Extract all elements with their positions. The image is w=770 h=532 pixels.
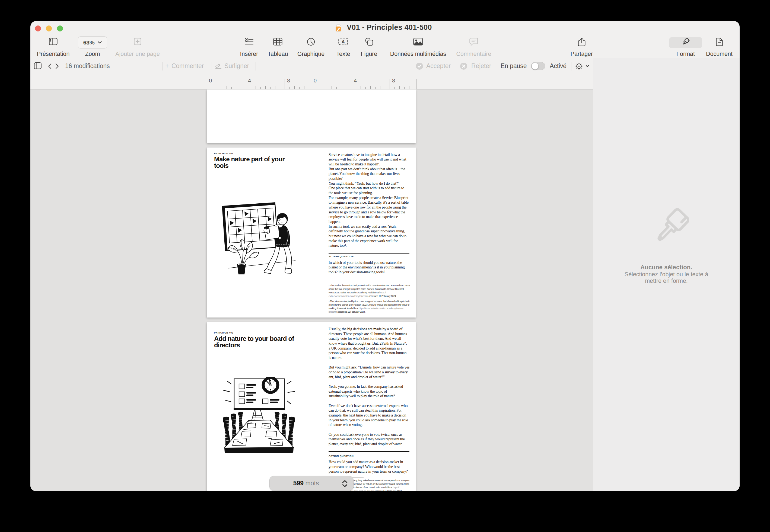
svg-text:A: A [341, 39, 345, 44]
